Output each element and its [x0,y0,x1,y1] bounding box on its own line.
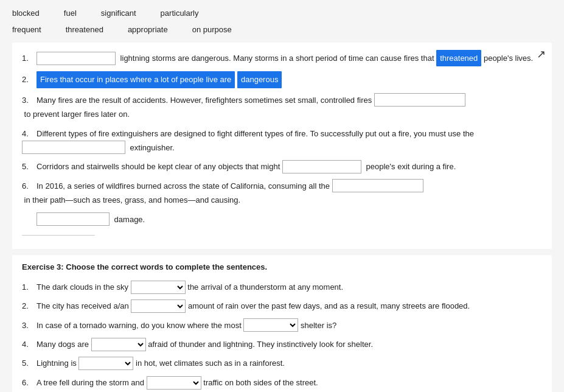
input-3[interactable] [374,93,465,107]
ex3-num-1: 1. [22,280,34,294]
word-frequent: frequent [12,25,41,34]
ex3-before-5: Lightning is [37,356,77,370]
exercise2-section: 1. lightning storms are dangerous. Many … [12,43,552,249]
ex3-select-3[interactable] [243,318,298,332]
ex3-num-3: 3. [22,318,34,332]
sentence-4-after: extinguisher. [128,141,175,155]
ex3-select-4[interactable] [91,338,146,351]
word-threatened: threatened [66,25,103,34]
ex3-num-6: 6. [22,376,34,390]
ex3-select-1[interactable] [131,281,186,294]
ex3-num-2: 2. [22,299,34,313]
input-1a[interactable] [37,52,116,65]
sentence-5-text: Corridors and stairwells should be kept … [37,159,282,173]
sentence-num-1: 1. [22,51,34,65]
cursor-icon: ↗ [537,47,546,61]
ex3-before-6: A tree fell during the storm and [37,376,144,390]
answer-dangerous: dangerous [237,71,282,88]
sentence-4-text: Different types of fire extinguishers ar… [37,127,476,141]
word-blocked: blocked [12,9,40,18]
sentence-num-5: 5. [22,159,34,173]
exercise3-title: Exercise 3: Choose the correct words to … [22,262,542,271]
sentence-3-after: to prevent larger fires later on. [22,107,130,121]
ex3-before-2: The city has received a/an [37,299,129,313]
answer-threatened: threatened [436,50,481,66]
ex3-after-4: afraid of thunder and lightning. They in… [148,337,373,351]
sentence-2: 2. Fires that occur in places where a lo… [22,71,542,88]
sentence-4: 4. Different types of fire extinguishers… [22,127,542,155]
sentence-6-text: In 2016, a series of wildfires burned ac… [37,179,332,193]
word-on-purpose: on purpose [192,25,232,34]
input-6[interactable] [332,179,423,192]
sentence-1-text: lightning storms are dangerous. Many sto… [118,51,436,65]
input-4[interactable] [22,141,125,154]
ex3-sentence-2: 2. The city has received a/an amount of … [22,299,542,313]
ex3-select-5[interactable] [78,357,133,370]
ex3-before-4: Many dogs are [37,337,89,351]
sentence-6-after: in their path—such as trees, grass, and … [22,193,240,207]
ex3-before-1: The dark clouds in the sky [37,280,128,294]
sentence-1-after: people's lives. [481,51,533,65]
word-particularly: particularly [161,9,199,18]
ex3-after-2: amount of rain over the past few days, a… [188,299,470,313]
ex3-sentence-6: 6. A tree fell during the storm and traf… [22,376,542,390]
ex3-after-6: traffic on both sides of the street. [203,376,318,390]
word-fuel: fuel [64,9,77,18]
ex3-sentence-4: 4. Many dogs are afraid of thunder and l… [22,337,542,351]
ex3-sentence-3: 3. In case of a tornado warning, do you … [22,318,542,332]
sentence-3: 3. Many fires are the result of accident… [22,93,542,122]
sentence-6b: damage. [22,212,542,226]
sentence-5-after: people's exit during a fire. [364,159,456,173]
sentence-num-6b [22,212,34,226]
ex3-after-5: in hot, wet climates such as in a rainfo… [136,356,285,370]
sentence-num-6: 6. [22,179,34,193]
sentence-6: 6. In 2016, a series of wildfires burned… [22,179,542,208]
exercise3-section: Exercise 3: Choose the correct words to … [12,255,552,392]
ex3-select-2[interactable] [131,299,186,313]
sentence-3-text: Many fires are the result of accidents. … [37,93,374,107]
phrase-2: Fires that occur in places where a lot o… [37,71,235,88]
ex3-num-5: 5. [22,356,34,370]
ex3-sentence-1: 1. The dark clouds in the sky the arriva… [22,280,542,294]
section-divider [22,235,95,236]
sentence-num-4: 4. [22,127,34,141]
ex3-after-1: the arrival of a thunderstorm at any mom… [187,280,343,294]
ex3-after-3: shelter is? [301,318,336,332]
ex3-sentence-5: 5. Lightning is in hot, wet climates suc… [22,356,542,370]
ex3-before-3: In case of a tornado warning, do you kno… [37,318,242,332]
input-5[interactable] [282,160,361,173]
ex3-select-6[interactable] [147,376,201,390]
word-bank: blocked fuel significant particularly [12,6,552,20]
ex3-num-4: 4. [22,337,34,351]
sentence-6b-after: damage. [112,212,145,226]
input-6b[interactable] [37,212,110,226]
sentence-num-2: 2. [22,72,34,86]
sentence-num-3: 3. [22,93,34,107]
sentence-1: 1. lightning storms are dangerous. Many … [22,50,542,66]
word-bank-row2: frequent threatened appropriate on purpo… [12,23,552,37]
word-significant: significant [101,9,136,18]
word-appropriate: appropriate [128,25,168,34]
sentence-5: 5. Corridors and stairwells should be ke… [22,159,542,173]
